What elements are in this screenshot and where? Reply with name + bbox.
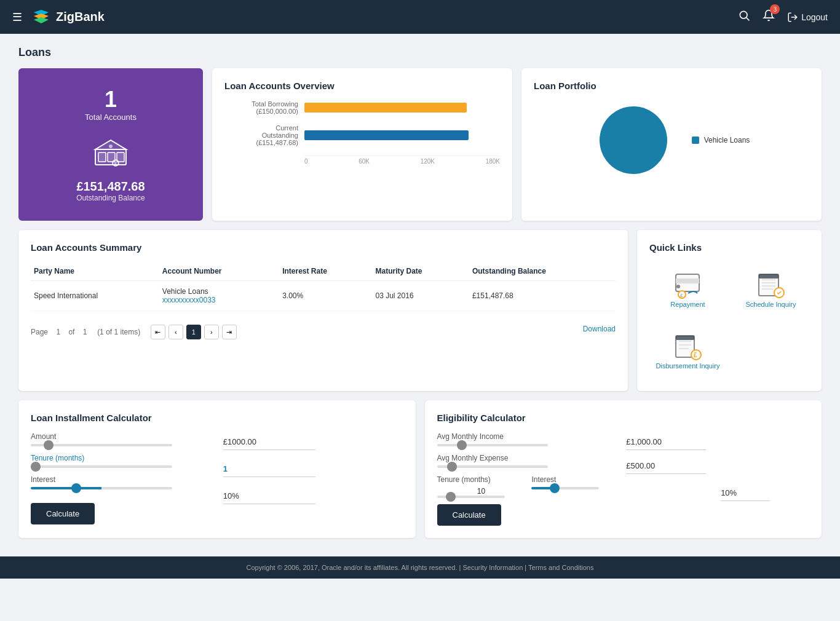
total-accounts-number: 1 bbox=[105, 87, 117, 113]
quick-links-card: Quick Links £ Repayment bbox=[637, 230, 822, 391]
tenure-slider[interactable] bbox=[31, 465, 172, 468]
svg-text:£: £ bbox=[694, 352, 697, 358]
eligibility-inputs: Avg Monthly Income Avg Monthly Expense T… bbox=[437, 432, 620, 526]
calc-inputs: Amount Tenure (months) Interest Calculat… bbox=[31, 432, 211, 524]
quick-links-grid: £ Repayment bbox=[649, 262, 809, 379]
table-header-row: Party Name Account Number Interest Rate … bbox=[31, 262, 616, 281]
amount-slider[interactable] bbox=[31, 444, 172, 446]
interest-val-area: 10% bbox=[721, 486, 809, 501]
svg-rect-7 bbox=[98, 152, 106, 162]
tenure-label: Tenure (months) bbox=[31, 454, 211, 462]
notifications-icon[interactable]: 3 bbox=[763, 9, 775, 25]
calc-button[interactable]: Calculate bbox=[31, 503, 95, 524]
loan-installment-title: Loan Installment Calculator bbox=[31, 413, 403, 423]
income-value: £1,000.00 bbox=[626, 437, 706, 450]
tenure-val-area bbox=[626, 486, 715, 501]
repayment-label: Repayment bbox=[670, 301, 705, 308]
interest-elig-slider[interactable] bbox=[531, 487, 599, 489]
svg-text:£: £ bbox=[114, 162, 117, 166]
search-icon[interactable] bbox=[738, 9, 750, 25]
tenure-interest-values: 10% bbox=[626, 486, 809, 501]
bar-row-borrowing: Total Borrowing (£150,000.00) bbox=[224, 100, 500, 115]
table-row: Speed International Vehicle Loans xxxxxx… bbox=[31, 281, 616, 311]
svg-point-11 bbox=[109, 144, 113, 148]
main-content: Loans 1 Total Accounts £ £151,487.6 bbox=[0, 34, 840, 550]
page-of-text: of bbox=[68, 328, 74, 336]
page-first-btn[interactable]: ⇤ bbox=[151, 325, 165, 339]
tenure-interest-section: Tenure (months) 10 Interest bbox=[437, 475, 620, 498]
quick-link-disbursement[interactable]: £ Disbursement Inquiry bbox=[649, 323, 726, 379]
page-total: 1 bbox=[83, 328, 87, 336]
bar-borrowing bbox=[304, 103, 467, 113]
pie-legend: Vehicle Loans bbox=[692, 136, 750, 144]
legend-dot bbox=[692, 136, 699, 144]
tenure-section: Tenure (months) 10 bbox=[437, 475, 526, 498]
interest-elig-label: Interest bbox=[531, 475, 620, 484]
interest-label: Interest bbox=[31, 475, 211, 484]
svg-text:£: £ bbox=[680, 293, 683, 298]
expense-val-row: £500.00 bbox=[626, 459, 809, 474]
svg-line-4 bbox=[747, 18, 750, 21]
svg-point-19 bbox=[676, 285, 680, 288]
logo-text: ZigBank bbox=[56, 10, 105, 24]
page-prev-btn[interactable]: ‹ bbox=[168, 325, 183, 339]
bar-outstanding bbox=[304, 130, 469, 140]
bank-icon: £ bbox=[92, 137, 129, 173]
eligibility-calc-button[interactable]: Calculate bbox=[437, 504, 501, 526]
interest-value-row: 10% bbox=[223, 489, 403, 504]
col-interest-rate: Interest Rate bbox=[279, 262, 372, 281]
page-last-btn[interactable]: ⇥ bbox=[222, 325, 237, 339]
tenure-row: Tenure (months) bbox=[31, 454, 211, 468]
col-outstanding-balance: Outstanding Balance bbox=[469, 262, 616, 281]
logout-button[interactable]: Logout bbox=[787, 12, 828, 23]
expense-slider[interactable] bbox=[437, 465, 548, 468]
page-next-btn[interactable]: › bbox=[204, 325, 219, 339]
interest-slider[interactable] bbox=[31, 487, 172, 489]
pie-chart bbox=[593, 100, 673, 180]
bar-label-outstanding: Current Outstanding (£151,487.68) bbox=[224, 124, 298, 146]
tenure-value-row: 1 bbox=[223, 462, 403, 477]
svg-rect-31 bbox=[676, 336, 694, 340]
middle-row: Loan Accounts Summary Party Name Account… bbox=[18, 230, 822, 391]
bar-container-outstanding bbox=[304, 130, 500, 140]
outstanding-amount: £151,487.68 bbox=[76, 180, 145, 194]
logout-label: Logout bbox=[801, 12, 828, 22]
download-link[interactable]: Download bbox=[583, 325, 616, 333]
repayment-icon: £ bbox=[673, 271, 703, 301]
amount-label: Amount bbox=[31, 432, 211, 441]
calc-content: Amount Tenure (months) Interest Calculat… bbox=[31, 432, 403, 524]
page-title: Loans bbox=[18, 46, 822, 59]
tenure-elig-slider[interactable] bbox=[437, 496, 505, 498]
income-row: Avg Monthly Income bbox=[437, 432, 620, 446]
svg-point-14 bbox=[600, 106, 667, 174]
amount-value-row: £1000.00 bbox=[223, 435, 403, 450]
top-row: 1 Total Accounts £ £151,487.68 Outstandi… bbox=[18, 68, 822, 221]
eligibility-values: £1,000.00 £500.00 10% bbox=[626, 432, 809, 526]
page-current: 1 bbox=[56, 328, 60, 336]
bar-chart: Total Borrowing (£150,000.00) Current Ou… bbox=[224, 100, 500, 165]
chart-axis: 0 60K 120K 180K bbox=[304, 156, 500, 165]
pagination: Page 1 of 1 (1 of 1 items) ⇤ ‹ 1 › ⇥ bbox=[31, 325, 237, 339]
svg-rect-26 bbox=[759, 274, 779, 279]
interest-section: Interest bbox=[531, 475, 620, 498]
svg-point-3 bbox=[740, 11, 748, 18]
income-val-row: £1,000.00 bbox=[626, 435, 809, 450]
notification-badge: 3 bbox=[770, 4, 780, 14]
account-link[interactable]: xxxxxxxxxx0033 bbox=[162, 296, 216, 304]
col-maturity-date: Maturity Date bbox=[373, 262, 469, 281]
loan-summary-card: Loan Accounts Summary Party Name Account… bbox=[18, 230, 628, 391]
disbursement-icon: £ bbox=[673, 333, 703, 362]
quick-links-title: Quick Links bbox=[649, 242, 809, 253]
income-slider[interactable] bbox=[437, 444, 548, 446]
logo: ZigBank bbox=[31, 7, 105, 27]
page-number-btn[interactable]: 1 bbox=[186, 325, 201, 339]
loan-overview-title: Loan Accounts Overview bbox=[224, 81, 500, 91]
interest-value: 10% bbox=[223, 491, 315, 504]
quick-link-schedule[interactable]: Schedule Inquiry bbox=[732, 262, 809, 317]
schedule-icon bbox=[756, 271, 787, 301]
outstanding-label: Outstanding Balance bbox=[76, 194, 145, 202]
expense-label: Avg Monthly Expense bbox=[437, 454, 620, 462]
amount-value: £1000.00 bbox=[223, 437, 315, 450]
menu-icon[interactable]: ☰ bbox=[12, 10, 22, 24]
quick-link-repayment[interactable]: £ Repayment bbox=[649, 262, 726, 317]
